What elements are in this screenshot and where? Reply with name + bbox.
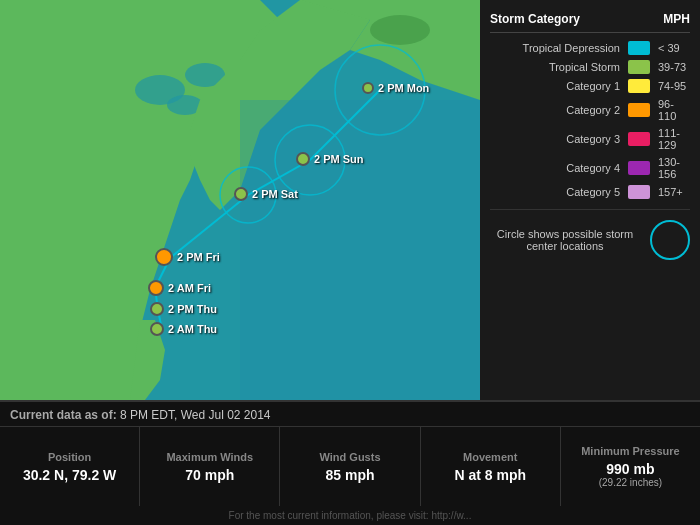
stat-value: 70 mph [185, 467, 234, 483]
legend-row-mph: < 39 [650, 42, 690, 54]
legend-rows: Tropical Depression < 39 Tropical Storm … [490, 41, 690, 199]
stat-title: Wind Gusts [320, 451, 381, 463]
legend-row-swatch [628, 103, 650, 117]
stat-cell: Movement N at 8 mph [421, 427, 561, 506]
stat-title: Maximum Winds [166, 451, 253, 463]
stat-cell: Wind Gusts 85 mph [280, 427, 420, 506]
svg-point-13 [370, 15, 430, 45]
storm-point-2pm-fri: 2 PM Fri [155, 248, 220, 266]
legend-row-mph: 130-156 [650, 156, 690, 180]
legend-row-mph: 111-129 [650, 127, 690, 151]
stats-row: Position 30.2 N, 79.2 W Maximum Winds 70… [0, 426, 700, 506]
legend-storm-category-title: Storm Category [490, 12, 580, 26]
legend-divider [490, 209, 690, 210]
legend-row-swatch [628, 132, 650, 146]
legend-row: Category 3 111-129 [490, 127, 690, 151]
footer-note: For the most current information, please… [0, 506, 700, 525]
legend-row-swatch [628, 185, 650, 199]
legend-mph-title: MPH [663, 12, 690, 26]
legend-panel: Storm Category MPH Tropical Depression <… [480, 0, 700, 400]
stat-title: Position [48, 451, 91, 463]
legend-row-mph: 74-95 [650, 80, 690, 92]
legend-row-mph: 39-73 [650, 61, 690, 73]
stat-title: Minimum Pressure [581, 445, 679, 457]
legend-row-name: Tropical Depression [490, 42, 628, 54]
stat-value: 85 mph [326, 467, 375, 483]
data-bar: Current data as of: 8 PM EDT, Wed Jul 02… [0, 400, 700, 525]
storm-point-2pm-thu: 2 PM Thu [150, 302, 217, 316]
map-area: 2 AM Thu 2 PM Thu 2 AM Fri 2 PM Fri 2 PM… [0, 0, 480, 400]
legend-row: Tropical Storm 39-73 [490, 60, 690, 74]
svg-rect-14 [240, 100, 480, 400]
stat-value: N at 8 mph [454, 467, 526, 483]
legend-row-name: Tropical Storm [490, 61, 628, 73]
stat-title: Movement [463, 451, 517, 463]
stat-value: 990 mb [606, 461, 654, 477]
legend-row: Category 4 130-156 [490, 156, 690, 180]
stat-cell: Position 30.2 N, 79.2 W [0, 427, 140, 506]
legend-row-swatch [628, 60, 650, 74]
legend-row-name: Category 3 [490, 133, 628, 145]
legend-row-swatch [628, 41, 650, 55]
current-data-label-text: Current data as of: [10, 408, 117, 422]
legend-row-name: Category 2 [490, 104, 628, 116]
legend-row-name: Category 4 [490, 162, 628, 174]
legend-row-swatch [628, 79, 650, 93]
stat-cell: Minimum Pressure 990 mb (29.22 inches) [561, 427, 700, 506]
legend-header: Storm Category MPH [490, 12, 690, 33]
current-data-label: Current data as of: 8 PM EDT, Wed Jul 02… [0, 402, 700, 426]
storm-point-2am-fri: 2 AM Fri [148, 280, 211, 296]
legend-row-swatch [628, 161, 650, 175]
stat-value: 30.2 N, 79.2 W [23, 467, 116, 483]
legend-circle-icon [650, 220, 690, 260]
legend-row-mph: 157+ [650, 186, 690, 198]
legend-circle-section: Circle shows possible storm center locat… [490, 220, 690, 260]
storm-point-2am-thu: 2 AM Thu [150, 322, 217, 336]
svg-marker-3 [0, 0, 130, 400]
legend-row: Tropical Depression < 39 [490, 41, 690, 55]
storm-point-2pm-sun: 2 PM Sun [296, 152, 364, 166]
legend-row-name: Category 1 [490, 80, 628, 92]
storm-point-2pm-sat: 2 PM Sat [234, 187, 298, 201]
legend-row: Category 5 157+ [490, 185, 690, 199]
current-data-value: 8 PM EDT, Wed Jul 02 2014 [117, 408, 271, 422]
legend-row-mph: 96-110 [650, 98, 690, 122]
legend-row-name: Category 5 [490, 186, 628, 198]
legend-row: Category 2 96-110 [490, 98, 690, 122]
stat-sub: (29.22 inches) [599, 477, 662, 488]
legend-circle-text: Circle shows possible storm center locat… [490, 228, 640, 252]
storm-point-2pm-mon: 2 PM Mon [362, 82, 429, 94]
stat-cell: Maximum Winds 70 mph [140, 427, 280, 506]
legend-row: Category 1 74-95 [490, 79, 690, 93]
